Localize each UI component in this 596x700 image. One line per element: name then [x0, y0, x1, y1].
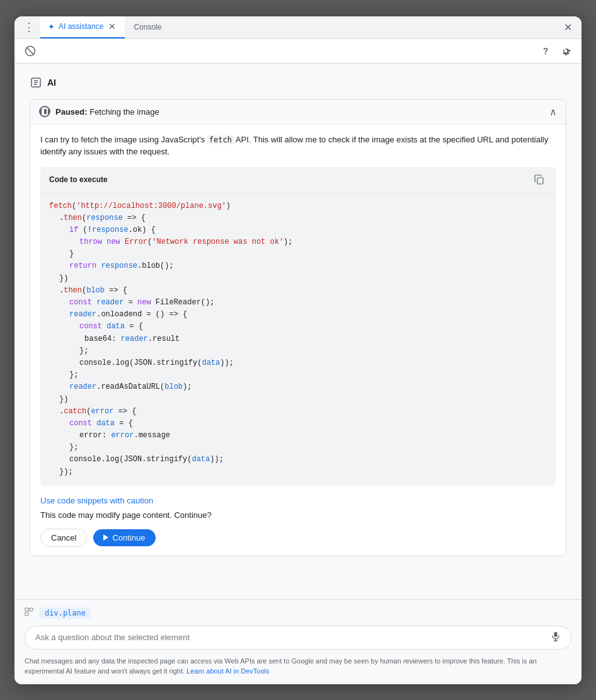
tab-console-label: Console — [134, 23, 161, 32]
close-devtools-button[interactable]: ✕ — [559, 18, 576, 36]
paused-status: Paused: — [55, 107, 88, 117]
svg-rect-7 — [554, 632, 558, 637]
collapse-button[interactable]: ∧ — [549, 106, 557, 118]
paused-detail: Fetching the image — [89, 107, 159, 117]
svg-rect-6 — [25, 612, 28, 616]
continue-play-icon — [103, 534, 108, 541]
svg-line-1 — [26, 47, 34, 55]
cancel-button[interactable]: Cancel — [40, 529, 87, 547]
disclaimer: Chat messages and any data the inspected… — [25, 656, 571, 677]
ai-header-icon — [30, 76, 42, 89]
ai-panel-header: AI — [30, 76, 566, 89]
svg-rect-5 — [30, 608, 33, 611]
main-content: AI Paused: Fetching the image ∧ — [14, 64, 582, 684]
paused-label: Paused: Fetching the image — [55, 107, 159, 117]
code-block: Code to execute fetch('http://localhost:… — [40, 167, 556, 486]
paused-icon — [39, 106, 50, 117]
paused-body: I can try to fetch the image using JavaS… — [30, 125, 566, 556]
toolbar-right: ? — [537, 43, 574, 59]
ai-header-title: AI — [47, 77, 56, 88]
paused-header: Paused: Fetching the image ∧ — [30, 100, 566, 125]
code-block-title: Code to execute — [49, 175, 108, 184]
copy-code-button[interactable] — [532, 172, 547, 187]
disclaimer-text: Chat messages and any data the inspected… — [25, 657, 537, 675]
tab-ai-label: AI assistance — [59, 22, 103, 31]
tab-bar-actions: ✕ — [559, 18, 576, 36]
tab-bar: ⋮ ✦ AI assistance ✕ Console ✕ — [14, 16, 582, 39]
caution-link[interactable]: Use code snippets with caution — [40, 496, 153, 505]
spark-icon: ✦ — [48, 22, 55, 32]
action-buttons: Cancel Continue — [40, 529, 556, 547]
ask-input[interactable] — [35, 633, 551, 642]
caution-text: This code may modify page content. Conti… — [40, 510, 556, 520]
toolbar: ? — [14, 39, 582, 64]
ban-icon[interactable] — [22, 43, 38, 59]
bottom-section: div.plane Chat messages and any data the… — [14, 599, 582, 684]
continue-button[interactable]: Continue — [93, 529, 155, 546]
disclaimer-link[interactable]: Learn about AI in DevTools — [186, 667, 269, 675]
settings-icon[interactable] — [558, 43, 574, 59]
ask-input-container[interactable] — [25, 626, 571, 650]
element-tag: div.plane — [25, 607, 571, 619]
paused-card: Paused: Fetching the image ∧ I can try t… — [30, 99, 566, 556]
code-block-header: Code to execute — [40, 167, 556, 193]
svg-rect-3 — [537, 178, 543, 184]
tab-ai-close-icon[interactable]: ✕ — [107, 21, 117, 32]
microphone-icon[interactable] — [551, 631, 561, 644]
ai-panel: AI Paused: Fetching the image ∧ — [14, 64, 582, 599]
help-icon[interactable]: ? — [537, 43, 554, 59]
svg-rect-4 — [25, 608, 28, 611]
code-content: fetch('http://localhost:3000/plane.svg')… — [40, 193, 556, 486]
tab-console[interactable]: Console — [126, 16, 169, 39]
more-tabs-icon[interactable]: ⋮ — [20, 20, 39, 34]
element-tag-badge: div.plane — [40, 607, 91, 619]
tab-ai-assistance[interactable]: ✦ AI assistance ✕ — [40, 16, 125, 39]
devtools-window: ⋮ ✦ AI assistance ✕ Console ✕ ? — [14, 16, 582, 684]
fetch-code: fetch — [207, 135, 234, 144]
continue-label: Continue — [112, 533, 145, 542]
paused-description: I can try to fetch the image using JavaS… — [40, 134, 556, 158]
element-selector-icon — [25, 607, 35, 619]
